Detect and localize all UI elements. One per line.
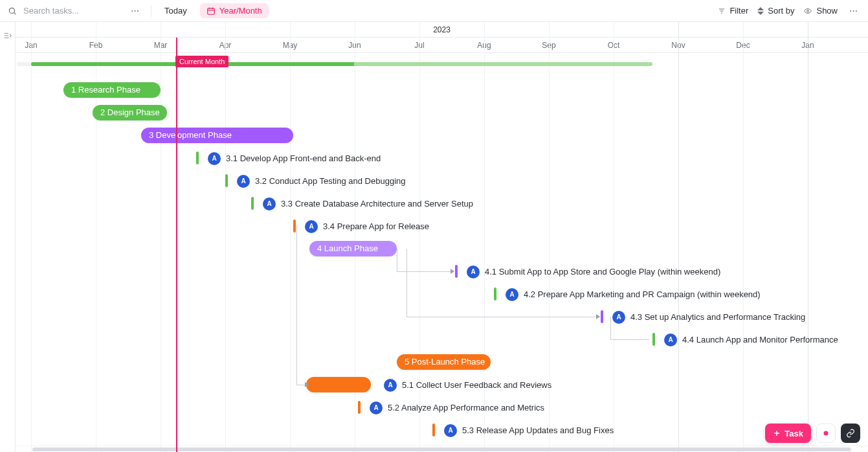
task-tick[interactable] xyxy=(293,220,296,232)
avatar[interactable]: A xyxy=(506,288,518,301)
search-icon xyxy=(8,6,17,16)
task-label-text: 4.2 Prepare App Marketing and PR Campaig… xyxy=(524,289,761,299)
show-button[interactable]: Show xyxy=(803,6,838,16)
avatar[interactable]: A xyxy=(208,152,221,165)
avatar[interactable]: A xyxy=(384,379,397,392)
svg-marker-9 xyxy=(757,7,764,10)
horizontal-scrollbar[interactable] xyxy=(16,446,868,452)
avatar[interactable]: A xyxy=(467,266,480,278)
link-button[interactable] xyxy=(841,424,860,443)
avatar[interactable]: A xyxy=(444,424,457,437)
task-tick[interactable] xyxy=(432,424,435,436)
task-tick[interactable] xyxy=(601,310,603,323)
task-row: 5 Post-Launch Phase xyxy=(16,351,868,374)
connector-line xyxy=(397,271,452,272)
svg-point-0 xyxy=(9,8,14,13)
sort-button[interactable]: Sort by xyxy=(757,6,794,16)
task-pill[interactable]: 2 Design Phase xyxy=(93,105,167,120)
task-row: A4.2 Prepare App Marketing and PR Campai… xyxy=(16,283,868,306)
task-row: A4.4 Launch App and Monitor Performance xyxy=(16,328,868,351)
task-row: 3 Development Phase xyxy=(16,124,868,147)
task-label-text: 3.3 Create Database Architecture and Ser… xyxy=(281,199,473,209)
current-month-line xyxy=(176,38,177,452)
task-label[interactable]: A5.3 Release App Updates and Bug Fixes xyxy=(444,419,614,442)
task-label[interactable]: A5.1 Collect User Feedback and Reviews xyxy=(384,374,551,396)
summary-strip xyxy=(16,62,868,66)
eye-icon xyxy=(803,7,812,15)
task-label[interactable]: A4.2 Prepare App Marketing and PR Campai… xyxy=(506,283,761,306)
scrollbar-thumb[interactable] xyxy=(32,447,851,451)
search[interactable] xyxy=(8,5,119,16)
task-tick[interactable] xyxy=(225,174,228,187)
task-label-text: 4.3 Set up Analytics and Performance Tra… xyxy=(630,312,805,322)
connector-line xyxy=(406,317,597,317)
search-input[interactable] xyxy=(22,5,119,16)
task-label[interactable]: A3.2 Conduct App Testing and Debugging xyxy=(237,170,406,192)
task-row: A3.2 Conduct App Testing and Debugging xyxy=(16,170,868,192)
year-row: 2023 xyxy=(16,22,868,38)
task-pill[interactable]: 4 Launch Phase xyxy=(309,241,397,256)
show-label: Show xyxy=(816,6,838,16)
topbar-more-icon[interactable]: ⋯ xyxy=(847,5,860,17)
svg-line-1 xyxy=(14,12,16,14)
task-label[interactable]: A3.3 Create Database Architecture and Se… xyxy=(263,192,473,215)
svg-point-17 xyxy=(824,431,829,436)
record-button[interactable] xyxy=(816,424,836,443)
view-mode-label: Year/Month xyxy=(219,6,262,16)
task-label-text: 5.2 Analyze App Performance and Metrics xyxy=(388,403,544,412)
avatar[interactable]: A xyxy=(664,333,677,346)
view-mode-chip[interactable]: Year/Month xyxy=(200,3,269,18)
topbar: ⋯ Today Year/Month Filter Sort by Show ⋯ xyxy=(0,0,868,22)
new-task-button[interactable]: Task xyxy=(765,424,811,443)
task-label[interactable]: A3.1 Develop App Front-end and Back-end xyxy=(208,147,381,170)
task-tick[interactable] xyxy=(494,288,496,300)
task-label-text: 5.3 Release App Updates and Bug Fixes xyxy=(462,425,614,435)
connector-line xyxy=(296,226,297,385)
task-tick[interactable] xyxy=(358,401,361,414)
search-more-icon[interactable]: ⋯ xyxy=(128,5,142,17)
filter-icon xyxy=(718,7,726,15)
task-row: A5.2 Analyze App Performance and Metrics xyxy=(16,396,868,419)
avatar[interactable]: A xyxy=(612,311,625,324)
svg-point-11 xyxy=(807,10,809,12)
year-label: 2023 xyxy=(16,22,868,37)
task-row: A5.3 Release App Updates and Bug Fixes xyxy=(16,419,868,442)
task-label[interactable]: A4.3 Set up Analytics and Performance Tr… xyxy=(612,306,805,328)
task-tick[interactable] xyxy=(251,197,254,210)
expand-sidebar-icon[interactable] xyxy=(3,31,13,42)
task-label[interactable]: A3.4 Prepare App for Release xyxy=(305,215,429,238)
svg-marker-10 xyxy=(757,12,764,15)
task-label-text: 4.4 Launch App and Monitor Performance xyxy=(682,335,838,345)
months-row: JanFebMarAprMayJunJulAugSepOctNovDecJan xyxy=(16,38,868,53)
task-pill[interactable]: 1 Research Phase xyxy=(63,82,161,98)
avatar[interactable]: A xyxy=(370,401,383,414)
task-label[interactable]: A4.4 Launch App and Monitor Performance xyxy=(664,328,838,351)
connector-line xyxy=(397,249,397,271)
floating-actions: Task xyxy=(765,424,860,443)
task-row: A5.1 Collect User Feedback and Reviews xyxy=(16,374,868,396)
filter-button[interactable]: Filter xyxy=(718,6,748,16)
task-pill[interactable]: 5 Post-Launch Phase xyxy=(397,354,491,370)
svg-rect-2 xyxy=(207,8,214,14)
plus-icon xyxy=(773,429,781,437)
task-label-text: 5.1 Collect User Feedback and Reviews xyxy=(402,380,551,390)
task-label[interactable]: A5.2 Analyze App Performance and Metrics xyxy=(370,396,544,419)
task-label-text: 3.1 Develop App Front-end and Back-end xyxy=(226,153,381,163)
task-tick[interactable] xyxy=(196,152,199,164)
calendar-icon xyxy=(206,6,216,16)
today-button[interactable]: Today xyxy=(161,3,191,18)
connector-line xyxy=(610,317,611,339)
connector-arrow-icon xyxy=(451,269,454,274)
avatar[interactable]: A xyxy=(263,198,276,210)
task-tick[interactable] xyxy=(652,333,655,346)
avatar[interactable]: A xyxy=(237,175,250,188)
task-label-text: 3.4 Prepare App for Release xyxy=(323,221,429,231)
avatar[interactable]: A xyxy=(305,220,318,233)
task-label[interactable]: A4.1 Submit App to App Store and Google … xyxy=(467,260,720,283)
task-pill[interactable]: 3 Development Phase xyxy=(141,128,293,143)
timeline-canvas[interactable]: Current Month1 Research Phase2 Design Ph… xyxy=(16,53,868,452)
divider xyxy=(151,5,151,17)
task-tick[interactable] xyxy=(455,265,458,278)
connector-arrow-icon xyxy=(596,314,600,319)
connector-line xyxy=(406,249,407,317)
